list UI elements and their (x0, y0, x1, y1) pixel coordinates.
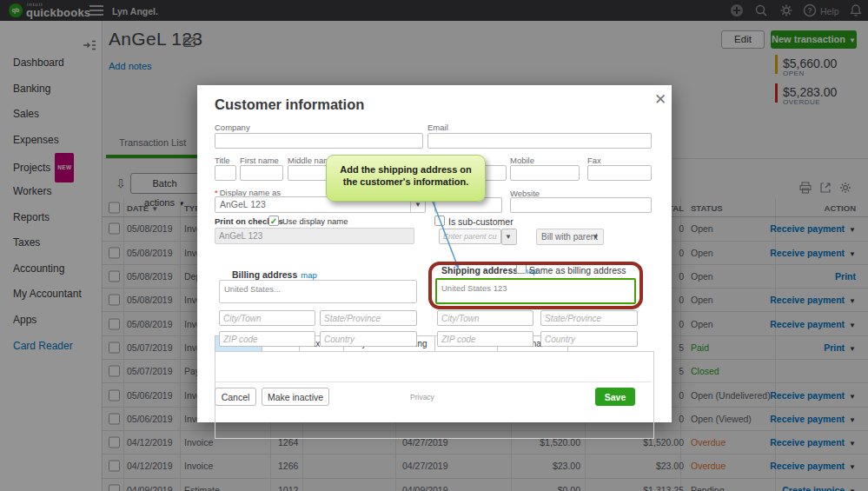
billing-map-link[interactable]: map (301, 270, 316, 280)
bill-with-parent-dropdown[interactable]: Bill with parent ▼ (536, 229, 604, 245)
cancel-button[interactable]: Cancel (215, 388, 256, 406)
title-label: Title (215, 156, 230, 165)
email-label: Email (427, 123, 448, 132)
chevron-down-icon: ▼ (500, 229, 516, 244)
save-button[interactable]: Save (595, 388, 635, 406)
company-field[interactable] (215, 133, 423, 149)
billing-address-textarea[interactable]: United States... (219, 280, 417, 303)
title-field[interactable] (215, 165, 236, 181)
billing-address-label: Billing addressmap (232, 269, 317, 280)
footer-divider (215, 382, 652, 382)
billing-city-field[interactable] (219, 310, 315, 326)
shipping-country-field[interactable] (540, 331, 638, 347)
company-label: Company (215, 123, 250, 132)
print-check-name-field (215, 228, 414, 244)
billing-state-field[interactable] (320, 310, 417, 326)
email-field[interactable] (427, 133, 652, 149)
fax-label: Fax (587, 156, 601, 165)
fax-field[interactable] (587, 165, 652, 181)
make-inactive-button[interactable]: Make inactive (262, 388, 329, 406)
first-name-field[interactable] (240, 165, 283, 181)
parent-customer-caret: ▼ (501, 229, 517, 245)
first-name-label: First name (240, 156, 279, 165)
instruction-tooltip: Add the shipping address on the customer… (326, 155, 486, 202)
close-icon[interactable]: ✕ (654, 90, 666, 109)
mobile-field[interactable] (510, 165, 580, 181)
shipping-city-field[interactable] (437, 310, 533, 326)
chevron-down-icon: ▼ (588, 229, 603, 244)
billing-country-field[interactable] (320, 331, 417, 347)
display-name-value: AnGeL 123 (220, 199, 266, 209)
dialog-title: Customer information (215, 96, 364, 113)
billing-zip-field[interactable] (219, 331, 315, 347)
privacy-link[interactable]: Privacy (410, 393, 434, 401)
use-display-name-checkbox[interactable]: ✓ (268, 216, 279, 226)
shipping-address-highlight (428, 262, 643, 309)
mobile-label: Mobile (510, 156, 534, 165)
use-display-name-label: Use display name (282, 216, 348, 226)
shipping-state-field[interactable] (540, 310, 638, 326)
shipping-zip-field[interactable] (437, 331, 533, 347)
website-field[interactable] (510, 197, 652, 213)
